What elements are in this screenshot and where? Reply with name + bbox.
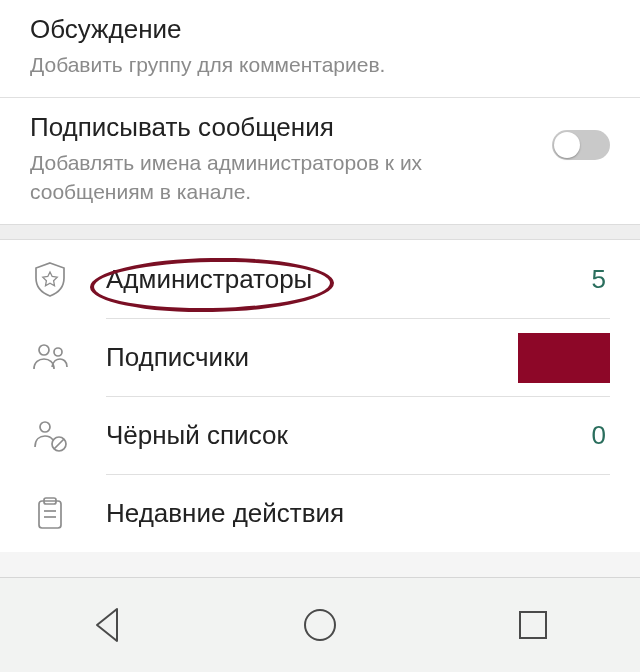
subscribers-count-redacted xyxy=(518,333,610,383)
sign-messages-subtitle: Добавлять имена администраторов к их соо… xyxy=(30,149,540,206)
members-section: Администраторы 5 Подписчики Чёрный списо… xyxy=(0,240,640,552)
discussion-subtitle: Добавить группу для комментариев. xyxy=(30,51,610,79)
person-blocked-icon xyxy=(30,415,106,455)
discussion-row[interactable]: Обсуждение Добавить группу для комментар… xyxy=(0,0,640,97)
sign-messages-row[interactable]: Подписывать сообщения Добавлять имена ад… xyxy=(0,97,640,224)
blacklist-row[interactable]: Чёрный список 0 xyxy=(0,396,640,474)
nav-recent-button[interactable] xyxy=(506,598,561,653)
nav-home-button[interactable] xyxy=(292,598,347,653)
subscribers-row[interactable]: Подписчики xyxy=(0,318,640,396)
shield-star-icon xyxy=(30,259,106,299)
svg-rect-5 xyxy=(39,501,61,528)
blacklist-label: Чёрный список xyxy=(106,420,288,451)
administrators-count: 5 xyxy=(592,264,610,295)
clipboard-icon xyxy=(30,493,106,533)
svg-line-4 xyxy=(54,439,64,449)
administrators-row[interactable]: Администраторы 5 xyxy=(0,240,640,318)
svg-rect-10 xyxy=(520,612,546,638)
sign-messages-title: Подписывать сообщения xyxy=(30,112,540,143)
people-icon xyxy=(30,337,106,377)
blacklist-count: 0 xyxy=(592,420,610,451)
section-divider xyxy=(0,224,640,240)
recent-actions-label: Недавние действия xyxy=(106,498,344,529)
svg-point-1 xyxy=(54,348,62,356)
svg-point-2 xyxy=(40,422,50,432)
discussion-title: Обсуждение xyxy=(30,14,610,45)
channel-settings-section: Обсуждение Добавить группу для комментар… xyxy=(0,0,640,224)
svg-point-9 xyxy=(305,610,335,640)
android-nav-bar xyxy=(0,577,640,672)
nav-back-button[interactable] xyxy=(79,598,134,653)
subscribers-label: Подписчики xyxy=(106,342,249,373)
recent-actions-row[interactable]: Недавние действия xyxy=(0,474,640,552)
sign-messages-toggle[interactable] xyxy=(552,130,610,160)
administrators-label: Администраторы xyxy=(106,264,312,295)
svg-point-0 xyxy=(39,345,49,355)
